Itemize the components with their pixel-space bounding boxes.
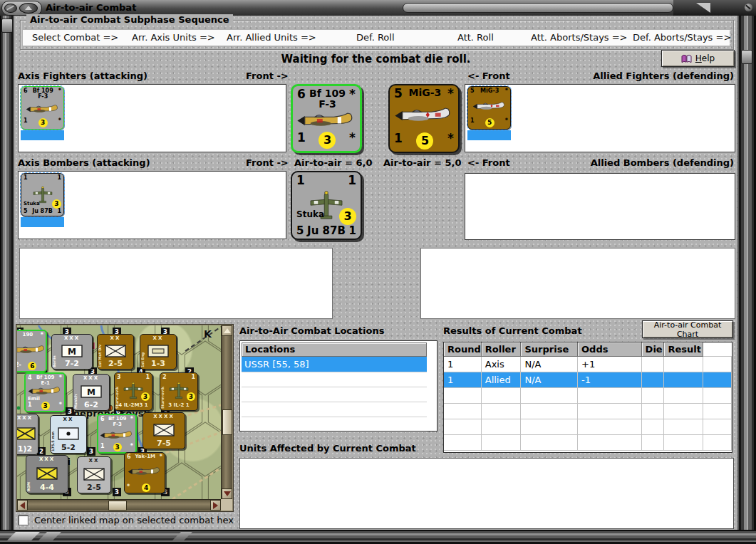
combat-chart-button[interactable]: Air-to-air Combat Chart — [642, 320, 733, 338]
results-cell: N/A — [521, 372, 578, 387]
map-unit-counter[interactable]: XXXX7-5 — [143, 412, 185, 449]
minimize-icon[interactable] — [19, 3, 38, 14]
sequence-step: Att. Aborts/Stays => — [531, 32, 628, 43]
map-unit-counter[interactable]: MunichXXXM6-2 — [73, 374, 110, 411]
scroll-right-button[interactable] — [210, 500, 221, 511]
map-unit-counter[interactable]: 6Bf 109F-3* 13* — [97, 414, 137, 454]
results-cell — [703, 435, 732, 450]
results-header-cell: Odds — [578, 342, 642, 357]
results-header-cell: Surprise — [521, 342, 578, 357]
titlebar-right-panel — [673, 0, 756, 16]
locations-table[interactable]: Locations USSR [55, 58] — [239, 340, 437, 431]
axis-front-bomber-counter[interactable]: 11 Stuka35Ju 87B1 — [291, 171, 362, 240]
map-vertical-scrollbar[interactable] — [221, 325, 232, 499]
stuka-plane-image — [123, 382, 143, 400]
sequence-step: Arr. Allied Units => — [227, 32, 316, 43]
map-unit-counter[interactable]: XX2-5 — [77, 456, 111, 493]
results-cell — [664, 388, 703, 403]
militia-symbol: M — [81, 385, 102, 398]
map-unit-counter[interactable]: 190* 2-6 — [17, 330, 47, 372]
window-system-buttons[interactable] — [1, 1, 42, 16]
map-unit-counter[interactable]: Sturm-ovik21 33 IL-2 1 — [160, 372, 198, 411]
results-row[interactable] — [444, 435, 732, 451]
map-unit-counter[interactable]: 4Bf 109E-1* Emil13* — [24, 372, 66, 412]
air-combat-window: Air-to-air Combat Air-to-air Combat Subp… — [0, 0, 756, 544]
map-unit-counter[interactable]: 1st Mot DivXX2-5 — [97, 334, 134, 370]
help-button[interactable]: Help — [661, 50, 735, 67]
allied-reserve-box — [420, 248, 735, 319]
results-row[interactable]: 1AxisN/A+1 — [444, 357, 732, 372]
results-cell — [444, 388, 482, 403]
arrow-left-icon — [20, 502, 25, 509]
results-header-filler — [703, 342, 732, 357]
location-row-empty[interactable] — [242, 417, 427, 432]
scroll-down-button[interactable] — [222, 488, 232, 499]
map-unit-counter[interactable]: ROMXXX1)2 — [17, 414, 38, 455]
sequence-step: Select Combat => — [32, 32, 118, 43]
results-cell: 1 — [444, 357, 482, 372]
results-header-row: RoundRollerSurpriseOddsDieResult — [444, 342, 732, 357]
results-row[interactable] — [444, 419, 732, 435]
results-table[interactable]: RoundRollerSurpriseOddsDieResult 1AxisN/… — [443, 342, 732, 453]
hex-number-badge: 3 — [113, 488, 121, 496]
results-row[interactable] — [444, 388, 732, 404]
location-row-empty[interactable] — [242, 387, 427, 402]
vertical-scrollbar-thumb[interactable] — [222, 409, 232, 435]
allied-fighters-list[interactable]: 5MiG-3* 15* — [465, 84, 735, 152]
help-button-label: Help — [695, 53, 715, 63]
bf109-plane-image — [17, 345, 46, 355]
border-knob — [741, 50, 752, 64]
allied-front-fighter-counter[interactable]: 5MiG-3* 15* — [388, 84, 460, 153]
scroll-left-button[interactable] — [17, 500, 28, 511]
results-header-cell: Round — [444, 342, 482, 357]
axis-fighters-list[interactable]: 6Bf 109F-3* 13* — [18, 84, 286, 152]
horizontal-scrollbar-thumb[interactable] — [108, 501, 127, 511]
map-unit-counter[interactable]: 6Yak-1M* *4 — [124, 452, 165, 493]
map-view[interactable]: DnepropetrovskKriKAINR433323423632333331… — [17, 325, 221, 499]
subphase-sequence-group: Air-to-air Combat Subphase Sequence Sele… — [20, 20, 734, 50]
axis-fighter-front-label: Front -> — [246, 70, 289, 81]
allied-fighter-counter[interactable]: 5MiG-3* 15* — [467, 86, 511, 130]
close-icon[interactable] — [696, 3, 710, 13]
bf109-plane-image — [28, 386, 62, 397]
locations-table-body[interactable]: USSR [55, 58] — [242, 357, 435, 432]
infantry-symbol — [36, 467, 58, 480]
map-unit-counter[interactable]: BerlinXXXM7-2 — [51, 334, 93, 370]
results-row[interactable] — [444, 404, 732, 419]
scrollbar-corner — [221, 499, 232, 511]
artillery-symbol — [58, 427, 79, 440]
results-cell — [664, 404, 703, 419]
map-unit-counter[interactable]: 1st EngXX1-3 — [140, 334, 177, 370]
bf109-plane-image — [296, 111, 356, 130]
bf109-plane-image — [100, 430, 134, 441]
window-title: Air-to-air Combat — [46, 2, 136, 13]
axis-bombers-list[interactable]: 11 Stuka35Ju 87B1 — [18, 171, 286, 239]
axis-fighter-counter[interactable]: 6Bf 109F-3* 13* — [21, 86, 64, 130]
axis-front-fighter-counter[interactable]: 6Bf 109F-3* 13* — [291, 84, 362, 153]
results-table-body[interactable]: 1AxisN/A+11AlliedN/A-1 — [444, 357, 732, 451]
location-row[interactable]: USSR [55, 58] — [242, 357, 427, 372]
results-cell — [521, 435, 578, 450]
scroll-up-button[interactable] — [222, 325, 232, 336]
axis-bomber-counter[interactable]: 11 Stuka35Ju 87B1 — [21, 173, 64, 216]
location-row-empty[interactable] — [242, 372, 427, 387]
system-menu-icon[interactable] — [4, 4, 17, 13]
results-cell — [521, 404, 578, 419]
units-panel-title: Units Affected by Current Combat — [239, 443, 416, 454]
svg-text:M: M — [87, 387, 95, 397]
map-unit-counter[interactable]: ROMXXX4-4 — [26, 455, 68, 493]
locations-column-header[interactable]: Locations — [242, 342, 427, 357]
results-cell — [444, 404, 482, 419]
map-unit-counter[interactable]: Sturm-ovik31 34 IL-2M3 1 — [114, 372, 152, 411]
center-map-option[interactable]: Center linked map on selected combat hex — [18, 515, 234, 525]
map-unit-counter[interactable]: 175.5 mmXX5-2 — [50, 415, 87, 454]
location-row-empty[interactable] — [242, 402, 427, 417]
militia-symbol: M — [61, 345, 83, 357]
results-cell — [578, 388, 642, 403]
results-cell — [444, 435, 482, 450]
hex-number-badge: 3 — [87, 447, 95, 456]
map-horizontal-scrollbar[interactable] — [17, 499, 221, 511]
results-row[interactable]: 1AlliedN/A-1 — [444, 372, 732, 388]
allied-bombers-list[interactable] — [465, 173, 735, 240]
center-map-checkbox[interactable] — [18, 515, 29, 525]
